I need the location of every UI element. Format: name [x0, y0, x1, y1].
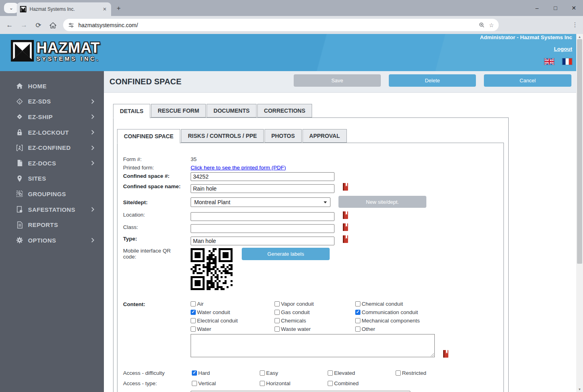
favicon-icon	[20, 6, 26, 12]
new-site-dept-button[interactable]: New site/dept.	[338, 196, 426, 208]
checkbox-elevated[interactable]: Elevated	[328, 370, 396, 376]
tab-close-icon[interactable]: ✕	[101, 6, 108, 12]
unchecked-checkbox-icon	[260, 370, 265, 376]
minimize-icon[interactable]: –	[528, 0, 546, 16]
scroll-up-icon[interactable]: ▲	[576, 34, 583, 40]
confined-space-name-input[interactable]	[191, 184, 334, 193]
menu-dots-icon[interactable]: ⋮	[570, 20, 580, 30]
checkbox-water[interactable]: Water	[191, 326, 275, 332]
checkbox-gas-conduit[interactable]: Gas conduit	[275, 309, 355, 315]
diamond-exclamation-icon: !	[15, 98, 24, 105]
france-flag-icon[interactable]	[562, 58, 572, 65]
translation-marker-icon[interactable]	[343, 211, 348, 219]
delete-button[interactable]: Delete	[389, 74, 476, 87]
uk-flag-icon[interactable]	[544, 58, 554, 65]
class-input[interactable]	[191, 224, 334, 233]
home-icon[interactable]	[47, 20, 58, 31]
report-icon	[15, 221, 24, 229]
checkbox-restricted[interactable]: Restricted	[396, 370, 464, 376]
scroll-down-icon[interactable]: ▼	[576, 386, 583, 392]
sub-tab-approval[interactable]: APPROVAL	[302, 129, 347, 143]
back-icon[interactable]: ←	[4, 20, 15, 31]
sidebar-item-ez-confined[interactable]: EZ-CONFINED	[0, 140, 104, 155]
location-input[interactable]	[191, 212, 334, 221]
logo-text-primary: HAZMAT	[36, 40, 100, 55]
confined-space-name-label: Confined space name:	[123, 183, 181, 189]
sidebar-item-ez-ship[interactable]: EZ-SHIP	[0, 109, 104, 125]
page-title: CONFINED SPACE	[109, 77, 181, 86]
diamond-icon	[15, 113, 24, 120]
tab-search-chevron-icon[interactable]: ⌄	[4, 3, 18, 13]
translation-marker-icon[interactable]	[343, 223, 348, 231]
main-tab-documents[interactable]: DOCUMENTS	[207, 104, 256, 117]
translation-marker-icon[interactable]	[343, 235, 348, 243]
sub-tab-risks-controls-ppe[interactable]: RISKS / CONTROLS / PPE	[181, 129, 264, 143]
unchecked-checkbox-icon	[191, 301, 196, 306]
unchecked-checkbox-icon	[396, 370, 401, 376]
unchecked-checkbox-icon	[355, 301, 360, 306]
printed-form-link[interactable]: Click here to see the printed form (PDF)	[191, 165, 286, 171]
sidebar-item-sites[interactable]: SITES	[0, 171, 104, 187]
hazmat-logo[interactable]: HAZMAT SYSTEMS INC.	[11, 40, 100, 62]
site-dept-select[interactable]: Montreal Plant	[191, 197, 330, 207]
site-settings-icon[interactable]	[68, 22, 74, 28]
checkbox-hard[interactable]: Hard	[192, 370, 260, 376]
checkbox-mechanical-components[interactable]: Mechanical components	[355, 318, 451, 324]
sub-tab-photos[interactable]: PHOTOS	[265, 129, 302, 143]
sidebar-item-reports[interactable]: REPORTS	[0, 217, 104, 233]
sub-tab-confined-space[interactable]: CONFINED SPACE	[117, 129, 180, 143]
sidebar-item-safestations[interactable]: SAFESTATIONS	[0, 202, 104, 217]
checkbox-communication-conduit[interactable]: Communication conduit	[355, 309, 451, 315]
close-icon[interactable]: ✕	[565, 0, 583, 16]
checkbox-easy[interactable]: Easy	[260, 370, 328, 376]
maximize-icon[interactable]: □	[546, 0, 565, 16]
main-tab-details[interactable]: DETAILS	[113, 104, 150, 118]
zoom-icon[interactable]	[479, 22, 485, 28]
cancel-button[interactable]: Cancel	[484, 74, 571, 87]
sidebar-item-ez-docs[interactable]: EZ-DOCS	[0, 155, 104, 171]
url-bar[interactable]: hazmatsystemsinc.com/ ☆	[63, 19, 499, 31]
page-scrollbar[interactable]: ▲ ▼	[576, 34, 583, 392]
unchecked-checkbox-icon	[191, 318, 196, 323]
sidebar-item-options[interactable]: OPTIONS	[0, 233, 104, 248]
confined-space-number-input[interactable]	[191, 172, 334, 181]
reload-icon[interactable]: ⟳	[33, 20, 44, 31]
exit-person-icon	[15, 144, 24, 151]
scrollbar-thumb[interactable]	[577, 39, 582, 264]
sidebar-item-ez-lockout[interactable]: EZ-LOCKOUT	[0, 125, 104, 140]
browser-tab[interactable]: Hazmat Systems Inc. ✕	[17, 2, 111, 16]
checkbox-vertical[interactable]: Vertical	[192, 380, 260, 386]
new-tab-icon[interactable]: +	[114, 4, 123, 13]
url-text[interactable]: hazmatsystemsinc.com/	[78, 22, 475, 28]
checkbox-waste-water[interactable]: Waste water	[275, 326, 355, 332]
checkbox-horizontal[interactable]: Horizontal	[260, 380, 328, 386]
type-input[interactable]	[191, 237, 334, 245]
checkbox-other[interactable]: Other	[355, 326, 451, 332]
qr-code-label: Mobile interface QR code:	[123, 248, 183, 260]
main-tab-rescue-form[interactable]: RESCUE FORM	[151, 104, 206, 117]
logout-link[interactable]: Logout	[554, 46, 572, 52]
bookmark-star-icon[interactable]: ☆	[489, 22, 494, 28]
checkbox-vapor-conduit[interactable]: Vapor conduit	[275, 301, 355, 307]
main-tab-corrections[interactable]: CORRECTIONS	[257, 104, 312, 117]
checkbox-chemicals[interactable]: Chemicals	[275, 318, 355, 324]
save-button[interactable]: Save	[294, 74, 381, 87]
site-dept-label: Site/dept:	[123, 199, 148, 205]
checkbox-air[interactable]: Air	[191, 301, 275, 307]
sidebar-item-ez-sds[interactable]: ! EZ-SDS	[0, 94, 104, 109]
sidebar-item-groupings[interactable]: GROUPINGS	[0, 186, 104, 202]
content-notes-textarea[interactable]	[191, 334, 435, 357]
checkbox-electrical-conduit[interactable]: Electrical conduit	[191, 318, 275, 324]
translation-marker-icon[interactable]	[343, 183, 348, 191]
forward-icon[interactable]: →	[18, 20, 30, 31]
site-dept-selected: Montreal Plant	[194, 199, 230, 205]
unchecked-checkbox-icon	[275, 301, 280, 306]
generate-labels-button[interactable]: Generate labels	[242, 248, 330, 260]
chevron-right-icon	[91, 130, 95, 135]
sub-tab-bar: CONFINED SPACERISKS / CONTROLS / PPEPHOT…	[117, 129, 347, 143]
sidebar-item-home[interactable]: HOME	[0, 78, 104, 94]
checkbox-chemical-conduit[interactable]: Chemical conduit	[355, 301, 451, 307]
checkbox-combined[interactable]: Combined	[328, 380, 396, 386]
checkbox-water-conduit[interactable]: Water conduit	[191, 309, 275, 315]
translation-marker-icon[interactable]	[443, 350, 448, 358]
